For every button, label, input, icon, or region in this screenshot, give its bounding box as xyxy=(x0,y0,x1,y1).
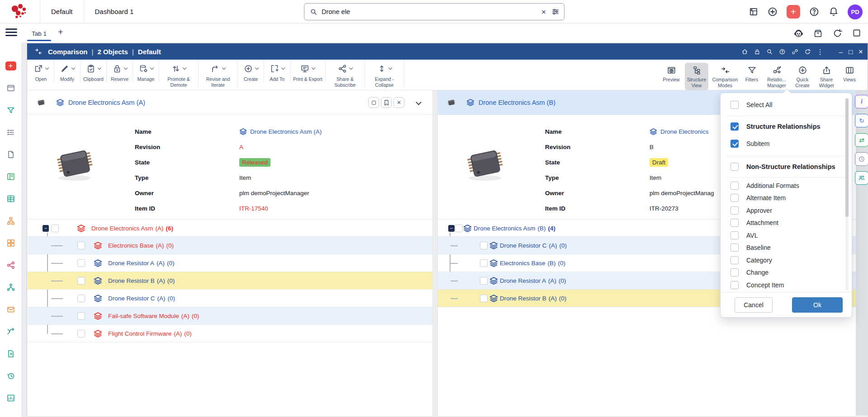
notifications-bell-icon[interactable] xyxy=(828,6,839,17)
views-button[interactable]: Views xyxy=(840,63,859,85)
sidebar-report-icon[interactable] xyxy=(6,349,16,358)
cancel-button[interactable]: Cancel xyxy=(735,297,773,313)
popup-item-additional-formats[interactable]: Additional Formats xyxy=(721,179,852,192)
quick-add-button[interactable]: + xyxy=(787,5,800,19)
reserve-button[interactable]: Reserve xyxy=(107,60,133,82)
popup-scrollbar[interactable] xyxy=(845,98,849,290)
sidebar-add-icon[interactable]: + xyxy=(5,61,16,70)
checkbox-checked[interactable] xyxy=(730,140,739,148)
checkbox[interactable] xyxy=(730,244,739,252)
menu-hamburger-icon[interactable] xyxy=(5,28,17,38)
checkbox[interactable] xyxy=(730,182,739,190)
search-in-widget-icon[interactable] xyxy=(766,48,773,55)
checkbox[interactable] xyxy=(730,101,739,109)
comparison-modes-button[interactable]: Comparison Modes xyxy=(710,63,740,90)
popup-item-structure-relationships[interactable]: Structure Relationships xyxy=(721,118,852,135)
tree-row[interactable]: Drone Resistor C(A)(0) xyxy=(28,290,432,307)
popup-item-concept-item[interactable]: Concept Item xyxy=(721,279,852,291)
print-export-button[interactable]: Print & Export xyxy=(290,60,326,82)
panel-splitter[interactable] xyxy=(432,90,438,416)
sidebar-chart-icon[interactable] xyxy=(6,394,16,403)
lock-icon[interactable] xyxy=(754,48,760,55)
sidebar-table-icon[interactable] xyxy=(6,194,16,203)
expand-collapse-button[interactable]: Expand - Collapse xyxy=(365,60,404,88)
checkbox-checked[interactable] xyxy=(730,122,739,131)
sidebar-workflow-icon[interactable] xyxy=(6,261,16,270)
sidebar-form-icon[interactable] xyxy=(6,172,16,181)
panel-a-collapse-chevron-icon[interactable] xyxy=(416,99,422,105)
add-tab-button[interactable]: + xyxy=(58,27,63,37)
popup-item-approver[interactable]: Approver xyxy=(721,204,852,217)
add-circle-icon[interactable] xyxy=(767,6,778,17)
collapse-toggle-icon[interactable]: − xyxy=(448,225,455,232)
more-options-kebab-icon[interactable]: ⋮ xyxy=(817,48,824,55)
export-grid-icon[interactable] xyxy=(749,7,759,17)
panel-b-title[interactable]: Drone Electronics Asm (B) xyxy=(479,99,555,106)
checkbox[interactable] xyxy=(730,206,739,215)
row-checkbox[interactable] xyxy=(77,330,85,337)
field-value-name[interactable]: Drone Electronics Asm (A) xyxy=(239,128,322,135)
field-value-name[interactable]: Drone Electronics xyxy=(650,128,709,135)
promote-demote-button[interactable]: Promote & Demote xyxy=(159,60,199,88)
search-input[interactable] xyxy=(322,8,538,15)
row-checkbox[interactable] xyxy=(51,225,59,232)
checkbox[interactable] xyxy=(730,281,739,289)
popup-item-avl[interactable]: AVL xyxy=(721,229,852,242)
sidebar-grid-icon[interactable] xyxy=(6,239,16,248)
row-checkbox[interactable] xyxy=(77,295,85,302)
dashboard-title[interactable]: Dashboard 1 xyxy=(84,8,145,15)
row-checkbox[interactable] xyxy=(480,259,488,267)
sidebar-filter-icon[interactable] xyxy=(6,106,16,115)
refresh-icon[interactable] xyxy=(832,28,843,38)
row-checkbox[interactable] xyxy=(480,242,488,249)
panel-a-bookmark-button[interactable] xyxy=(381,97,392,108)
widget-refresh-icon[interactable] xyxy=(804,48,811,55)
sidebar-list-icon[interactable] xyxy=(6,128,16,137)
sidebar-graph-icon[interactable] xyxy=(6,283,16,292)
close-icon[interactable]: × xyxy=(859,48,863,56)
panel-a-title[interactable]: Drone Electronics Asm (A) xyxy=(68,99,145,106)
home-icon[interactable] xyxy=(741,48,748,55)
tree-row[interactable]: Drone Resistor B(A)(0) xyxy=(28,272,432,290)
row-checkbox[interactable] xyxy=(480,277,488,285)
rail-people-icon[interactable] xyxy=(855,171,868,185)
revise-iterate-button[interactable]: Revise and Iterate xyxy=(199,60,238,88)
sidebar-split-arrows-icon[interactable] xyxy=(6,327,16,336)
create-button[interactable]: Create xyxy=(238,60,264,82)
tree-row[interactable]: Fail-safe Software Module(A)(0) xyxy=(28,307,432,325)
tree-row[interactable]: Electronics Base(A)(0) xyxy=(28,237,432,254)
row-checkbox[interactable] xyxy=(77,259,85,267)
quick-create-button[interactable]: Quick Create xyxy=(792,63,813,90)
rail-versions-icon[interactable]: ⇄ xyxy=(855,133,868,147)
minimize-icon[interactable]: – xyxy=(839,48,843,55)
panel-a-close-button[interactable]: ✕ xyxy=(394,97,404,108)
relationship-manager-button[interactable]: Relatio... Manager xyxy=(764,63,790,90)
sidebar-mail-icon[interactable] xyxy=(6,305,16,314)
clipboard-button[interactable]: Clipboard xyxy=(81,60,107,82)
modify-button[interactable]: Modify xyxy=(54,60,81,82)
maximize-icon[interactable]: □ xyxy=(849,48,853,55)
popup-item-baseline[interactable]: Baseline xyxy=(721,242,852,254)
row-checkbox[interactable] xyxy=(77,312,85,320)
window-square-icon[interactable] xyxy=(852,28,862,38)
row-checkbox[interactable] xyxy=(455,225,463,232)
rail-refresh-icon[interactable]: ↻ xyxy=(855,114,868,127)
popup-item-select-all[interactable]: Select All xyxy=(721,96,852,114)
popup-item-alternate-item[interactable]: Alternate Item xyxy=(721,192,852,205)
row-checkbox[interactable] xyxy=(77,277,85,285)
share-subscribe-button[interactable]: Share & Subscribe xyxy=(326,60,365,88)
sidebar-structure-icon[interactable] xyxy=(6,216,16,225)
popup-item-change[interactable]: Change xyxy=(721,267,852,279)
widget-help-icon[interactable] xyxy=(779,48,786,55)
search-clear-icon[interactable]: × xyxy=(541,8,546,16)
popup-item-non-structure-relationships[interactable]: Non-Structure Relationships xyxy=(721,158,852,175)
workspace-selector[interactable]: Default xyxy=(40,8,84,15)
help-icon[interactable] xyxy=(809,6,820,17)
tree-row[interactable]: Drone Resistor A(A)(0) xyxy=(28,254,432,272)
search-options-icon[interactable] xyxy=(551,8,560,16)
share-widget-button[interactable]: Share Widget xyxy=(815,63,838,90)
preview-toggle[interactable]: Preview xyxy=(659,63,683,85)
popup-item-subitem[interactable]: Subitem xyxy=(721,135,852,152)
popup-item-category[interactable]: Category xyxy=(721,254,852,267)
panel-a-window-button[interactable] xyxy=(368,97,379,108)
